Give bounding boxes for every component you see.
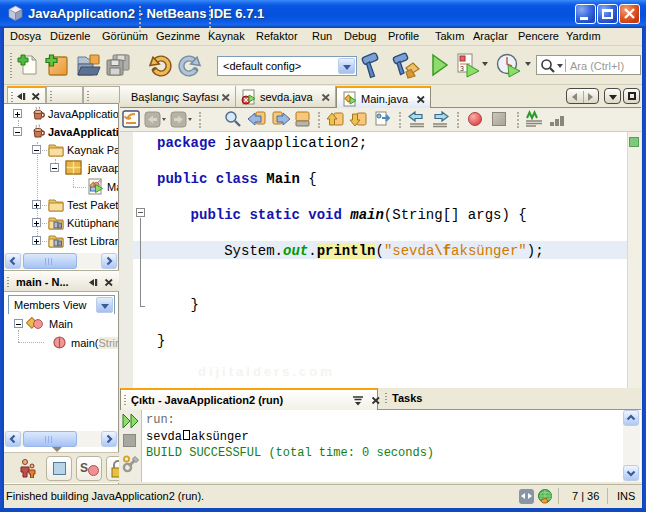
- svg-text:3: 3: [460, 65, 464, 72]
